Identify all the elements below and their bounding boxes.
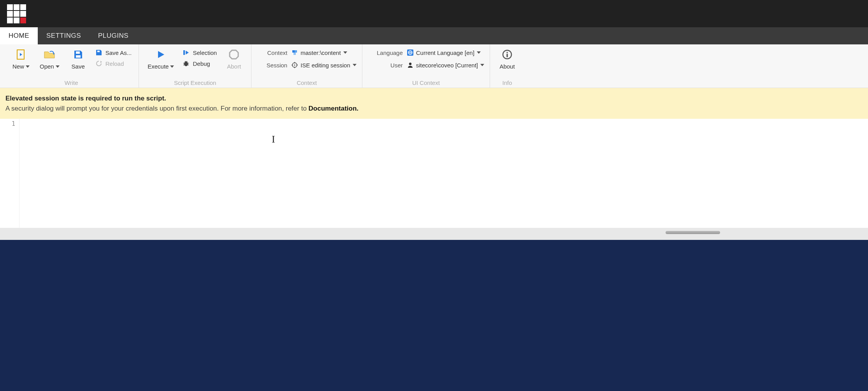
execute-button[interactable]: Execute xyxy=(144,48,177,71)
caret-down-icon xyxy=(343,51,347,54)
editor-gutter: 1 xyxy=(0,119,19,228)
target-icon xyxy=(291,62,298,69)
ribbon-group-info: About Info xyxy=(490,44,524,88)
new-file-icon xyxy=(15,49,27,60)
user-icon xyxy=(407,62,414,69)
banner-title: Elevated session state is required to ru… xyxy=(5,93,863,104)
svg-point-22 xyxy=(294,65,295,66)
text-cursor-icon: I xyxy=(272,134,275,145)
caret-down-icon xyxy=(170,65,174,68)
reload-button: Reload xyxy=(94,59,134,68)
svg-rect-32 xyxy=(506,54,508,57)
user-label: User xyxy=(368,62,403,69)
svg-rect-5 xyxy=(97,51,100,52)
reload-icon xyxy=(95,60,102,67)
save-button[interactable]: Save xyxy=(67,48,90,71)
ribbon-group-label: Context xyxy=(297,79,317,86)
globe-icon xyxy=(407,49,414,56)
stop-icon xyxy=(228,49,240,60)
svg-marker-9 xyxy=(186,51,189,55)
bug-icon xyxy=(183,60,190,67)
ribbon-group-write: New Open Save Save As... xyxy=(4,44,139,88)
tab-plugins[interactable]: PLUGINS xyxy=(90,27,137,44)
caret-down-icon xyxy=(353,64,357,66)
svg-marker-17 xyxy=(230,50,238,59)
session-dropdown[interactable]: ISE editing session xyxy=(291,62,357,69)
svg-marker-7 xyxy=(158,51,164,58)
context-label: Context xyxy=(257,49,287,56)
language-label: Language xyxy=(368,49,403,56)
svg-rect-8 xyxy=(183,50,185,55)
debug-button[interactable]: Debug xyxy=(181,59,218,68)
play-selection-icon xyxy=(183,49,190,56)
svg-rect-3 xyxy=(76,51,80,54)
about-button[interactable]: About xyxy=(495,48,519,71)
svg-line-12 xyxy=(187,63,189,63)
svg-rect-19 xyxy=(295,50,297,53)
ribbon-toolbar: New Open Save Save As... xyxy=(0,44,868,88)
svg-point-10 xyxy=(184,62,188,66)
open-button[interactable]: Open xyxy=(37,48,63,71)
app-header xyxy=(0,0,868,27)
tab-home[interactable]: HOME xyxy=(0,27,38,44)
caret-down-icon xyxy=(477,51,481,54)
database-icon xyxy=(291,49,298,56)
save-as-button[interactable]: Save As... xyxy=(94,48,134,57)
line-number: 1 xyxy=(0,120,15,127)
save-icon xyxy=(72,49,84,60)
editor-textarea[interactable]: I xyxy=(19,119,868,228)
banner-body: A security dialog will prompt you for yo… xyxy=(5,104,863,114)
abort-button: Abort xyxy=(222,48,246,71)
ribbon-group-context: Context master:\content Session xyxy=(251,44,362,88)
script-editor: 1 I xyxy=(0,119,868,228)
svg-point-16 xyxy=(186,61,187,62)
svg-point-29 xyxy=(409,63,411,65)
selection-button[interactable]: Selection xyxy=(181,48,218,57)
user-dropdown[interactable]: sitecore\coveo [Current] xyxy=(407,62,484,69)
play-icon xyxy=(155,49,167,60)
tab-settings[interactable]: SETTINGS xyxy=(38,27,90,44)
ribbon-group-label: UI Context xyxy=(412,79,440,86)
ribbon-group-exec: Execute Selection Debug xyxy=(139,44,251,88)
caret-down-icon xyxy=(26,65,30,68)
context-dropdown[interactable]: master:\content xyxy=(291,49,347,56)
caret-down-icon xyxy=(56,65,60,68)
svg-rect-4 xyxy=(76,55,81,58)
save-as-icon xyxy=(95,49,102,56)
sitecore-logo-icon xyxy=(7,4,26,23)
svg-marker-6 xyxy=(100,61,102,63)
svg-line-11 xyxy=(183,63,185,63)
svg-line-14 xyxy=(187,65,189,65)
output-panel xyxy=(0,240,868,391)
svg-rect-20 xyxy=(293,53,296,55)
svg-point-31 xyxy=(506,52,508,53)
svg-point-15 xyxy=(185,61,186,62)
language-dropdown[interactable]: Current Language [en] xyxy=(407,49,481,56)
svg-line-13 xyxy=(183,65,185,65)
open-folder-icon xyxy=(44,49,55,60)
session-label: Session xyxy=(257,62,287,69)
info-icon xyxy=(501,49,513,60)
ribbon-group-label: Info xyxy=(503,79,512,86)
caret-down-icon xyxy=(480,64,484,66)
editor-resize-strip xyxy=(0,228,868,238)
ribbon-group-ui-context: Language Current Language [en] User xyxy=(362,44,490,88)
ribbon-group-label: Write xyxy=(65,79,78,86)
resize-handle[interactable] xyxy=(666,231,720,234)
documentation-link[interactable]: Documentation. xyxy=(309,105,358,112)
main-tab-bar: HOME SETTINGS PLUGINS xyxy=(0,27,868,44)
svg-rect-18 xyxy=(292,50,295,53)
new-button[interactable]: New xyxy=(9,48,33,71)
svg-marker-1 xyxy=(20,53,22,56)
elevated-session-banner: Elevated session state is required to ru… xyxy=(0,88,868,119)
ribbon-group-label: Script Execution xyxy=(174,79,216,86)
